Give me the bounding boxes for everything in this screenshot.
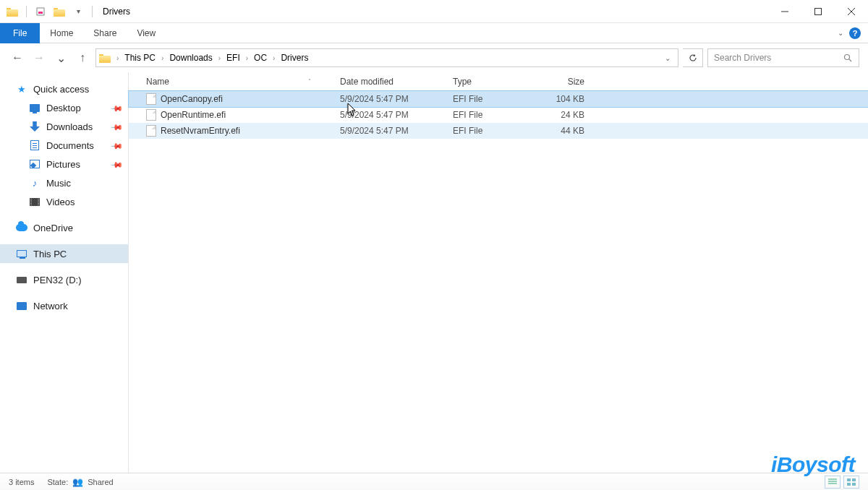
sidebar-item-quick-access[interactable]: ★ Quick access <box>0 79 128 98</box>
chevron-right-icon[interactable]: › <box>244 54 250 62</box>
qat-properties-icon[interactable] <box>33 4 48 20</box>
file-size: 44 KB <box>535 126 592 136</box>
music-icon: ♪ <box>29 177 41 189</box>
forward-button[interactable]: → <box>30 49 48 66</box>
breadcrumb[interactable]: Downloads <box>166 53 215 63</box>
tab-home[interactable]: Home <box>40 23 83 43</box>
svg-point-6 <box>845 54 850 59</box>
chevron-right-icon[interactable]: › <box>271 54 276 62</box>
chevron-down-icon[interactable]: ⌄ <box>665 54 671 62</box>
navbar: ← → ⌄ ↑ › This PC › Downloads › EFI › OC… <box>0 43 868 72</box>
breadcrumb[interactable]: This PC <box>122 53 158 63</box>
column-header-date[interactable]: Date modified <box>333 77 446 87</box>
status-item-count: 3 items <box>9 478 34 486</box>
documents-icon <box>29 139 41 151</box>
maximize-button[interactable] <box>801 0 835 23</box>
titlebar: ▾ Drivers <box>0 0 868 23</box>
pc-icon <box>16 248 27 259</box>
folder-icon <box>99 53 111 63</box>
file-icon <box>146 109 156 121</box>
file-type: EFI File <box>446 126 535 136</box>
file-icon <box>146 93 156 105</box>
svg-rect-14 <box>852 483 856 486</box>
file-list: Name ˄ Date modified Type Size OpenCanop… <box>129 72 868 473</box>
separator <box>26 6 27 17</box>
search-input[interactable]: Search Drivers <box>707 48 859 67</box>
recent-locations-button[interactable]: ⌄ <box>52 49 69 66</box>
chevron-right-icon[interactable]: › <box>115 54 120 62</box>
view-details-button[interactable] <box>825 476 841 489</box>
search-placeholder: Search Drivers <box>714 53 771 63</box>
back-button[interactable]: ← <box>9 49 26 66</box>
network-icon <box>16 300 27 311</box>
file-tab[interactable]: File <box>0 23 40 43</box>
pin-icon: 📌 <box>110 120 123 133</box>
breadcrumb[interactable]: EFI <box>224 53 243 63</box>
column-header-type[interactable]: Type <box>446 77 535 87</box>
qat-new-folder-icon[interactable] <box>51 4 67 20</box>
pin-icon: 📌 <box>110 101 123 114</box>
file-size: 104 KB <box>535 94 592 104</box>
ribbon-expand-icon[interactable]: ⌄ <box>838 29 843 37</box>
sidebar-item-downloads[interactable]: Downloads 📌 <box>0 117 128 136</box>
qat-customize-icon[interactable]: ▾ <box>70 4 86 20</box>
separator <box>92 6 93 17</box>
breadcrumb[interactable]: OC <box>251 53 270 63</box>
folder-icon <box>4 4 20 20</box>
search-icon <box>843 53 853 63</box>
chevron-right-icon[interactable]: › <box>217 54 222 62</box>
status-state: State: 👥 Shared <box>47 477 113 487</box>
file-name: OpenRuntime.efi <box>161 110 226 120</box>
sidebar-item-pen32[interactable]: PEN32 (D:) <box>0 270 128 289</box>
file-type: EFI File <box>446 110 535 120</box>
close-button[interactable] <box>835 0 868 23</box>
svg-line-7 <box>849 59 851 61</box>
sidebar-item-desktop[interactable]: Desktop 📌 <box>0 98 128 117</box>
statusbar: 3 items State: 👥 Shared <box>0 473 868 490</box>
chevron-right-icon[interactable]: › <box>160 54 165 62</box>
shared-icon: 👥 <box>72 477 83 487</box>
file-type: EFI File <box>446 94 535 104</box>
tab-view[interactable]: View <box>127 23 166 43</box>
column-header-size[interactable]: Size <box>535 77 592 87</box>
file-name: ResetNvramEntry.efi <box>161 126 240 136</box>
address-bar[interactable]: › This PC › Downloads › EFI › OC › Drive… <box>95 48 678 67</box>
sidebar-item-network[interactable]: Network <box>0 296 128 315</box>
file-row[interactable]: OpenRuntime.efi5/9/2024 5:47 PMEFI File2… <box>129 107 868 123</box>
tab-share[interactable]: Share <box>83 23 127 43</box>
downloads-icon <box>29 121 41 132</box>
file-row[interactable]: ResetNvramEntry.efi5/9/2024 5:47 PMEFI F… <box>129 123 868 139</box>
star-icon: ★ <box>16 83 27 95</box>
file-date: 5/9/2024 5:47 PM <box>333 110 446 120</box>
svg-rect-11 <box>847 478 851 481</box>
sidebar-item-documents[interactable]: Documents 📌 <box>0 136 128 155</box>
column-header-name[interactable]: Name ˄ <box>139 77 333 87</box>
svg-rect-1 <box>38 12 43 14</box>
sidebar-item-videos[interactable]: Videos <box>0 192 128 211</box>
svg-rect-3 <box>815 8 822 14</box>
pin-icon: 📌 <box>110 158 123 171</box>
column-headers: Name ˄ Date modified Type Size <box>129 72 868 91</box>
videos-icon <box>29 196 41 207</box>
sort-indicator-icon: ˄ <box>308 78 311 85</box>
pin-icon: 📌 <box>110 139 123 152</box>
usb-drive-icon <box>16 274 27 285</box>
pictures-icon <box>29 158 41 170</box>
svg-rect-12 <box>852 478 856 481</box>
desktop-icon <box>29 102 41 113</box>
file-icon <box>146 125 156 137</box>
up-button[interactable]: ↑ <box>74 49 91 66</box>
svg-rect-13 <box>847 483 851 486</box>
sidebar-item-pictures[interactable]: Pictures 📌 <box>0 155 128 173</box>
help-icon[interactable]: ? <box>849 27 861 39</box>
breadcrumb[interactable]: Drivers <box>278 53 311 63</box>
refresh-button[interactable] <box>683 48 703 67</box>
sidebar-item-music[interactable]: ♪ Music <box>0 173 128 192</box>
file-date: 5/9/2024 5:47 PM <box>333 94 446 104</box>
file-row[interactable]: OpenCanopy.efi5/9/2024 5:47 PMEFI File10… <box>129 91 868 107</box>
view-thumbnails-button[interactable] <box>843 476 859 489</box>
minimize-button[interactable] <box>768 0 801 23</box>
sidebar-item-onedrive[interactable]: OneDrive <box>0 218 128 237</box>
sidebar-item-this-pc[interactable]: This PC <box>0 244 128 263</box>
file-date: 5/9/2024 5:47 PM <box>333 126 446 136</box>
